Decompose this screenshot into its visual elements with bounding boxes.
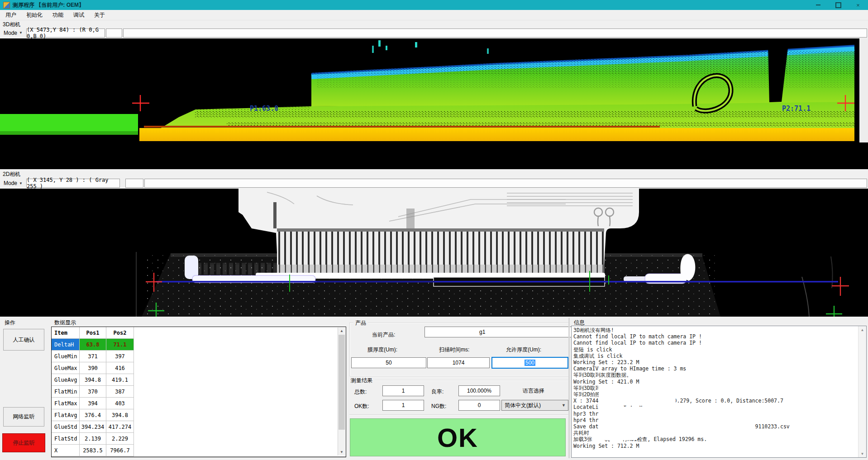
table-cell: 387 — [106, 386, 134, 398]
column-header: Pos1 — [80, 327, 106, 339]
table-cell: 394.8 — [106, 409, 134, 421]
camera3d-coordinate-readout: (X 5473,Y 84) : (R 0,G 0,B 0) — [26, 28, 105, 38]
camera2d-toolbar: Mode ▼ ( X 3145, Y 28 ) : ( Gray 255 ) — [0, 178, 868, 189]
table-cell: FlatAvg — [52, 409, 80, 421]
table-cell: 416 — [106, 362, 134, 374]
table-cell: 397 — [106, 351, 134, 362]
heightmap-3d-image[interactable]: P1:63.8 P2:71.1 — [0, 38, 868, 169]
table-cell: DeltaH — [52, 339, 80, 351]
table-row[interactable]: FlatMax394403 — [52, 398, 346, 409]
p2-measurement-label: P2:71.1 — [782, 104, 811, 113]
table-cell: X — [52, 445, 80, 456]
menu-item-功能[interactable]: 功能 — [48, 10, 68, 20]
table-cell: FlatMin — [52, 386, 80, 398]
camera3d-toolbar-box — [106, 28, 122, 38]
close-button[interactable]: × — [848, 0, 868, 10]
menu-item-初始化[interactable]: 初始化 — [22, 10, 47, 20]
film-thickness-input[interactable]: 50 — [351, 357, 426, 368]
table-cell: 2.139 — [80, 433, 106, 445]
data-display-section-label: 数据显示 — [54, 319, 76, 327]
total-count-field: 1 — [382, 385, 424, 396]
scrollbar-thumb[interactable] — [339, 335, 345, 430]
camera2d-mode-button[interactable]: Mode ▼ — [1, 179, 25, 187]
ng-count-field: 0 — [458, 400, 500, 411]
allowed-thickness-input[interactable]: 500 — [491, 357, 568, 369]
table-scrollbar[interactable]: ▲ ▼ — [338, 327, 345, 455]
table-row[interactable]: GlueAvg394.8419.1 — [52, 374, 346, 386]
scan-time-label: 扫描时间ms: — [439, 346, 469, 354]
table-row[interactable]: FlatAvg376.4394.8 — [52, 409, 346, 421]
data-table[interactable]: Item Pos1 Pos2 DeltaH63.871.1GlueMin3713… — [51, 327, 346, 457]
yield-label: 良率: — [431, 388, 444, 396]
ok-count-label: OK数: — [354, 403, 369, 410]
info-scrollbar[interactable]: ▲ ▼ — [858, 326, 866, 457]
mode-label: Mode — [4, 180, 17, 186]
log-line: 登陆 is click — [573, 346, 857, 353]
scroll-down-icon[interactable]: ▼ — [338, 449, 345, 455]
table-cell: 376.4 — [80, 409, 106, 421]
info-log-box[interactable]: 3D相机没有网络!Cannot find local IP to match c… — [571, 326, 867, 458]
table-row[interactable]: GlueStd394.234417.274 — [52, 421, 346, 433]
redaction-blob — [598, 433, 639, 440]
table-row[interactable]: X2583.57966.7 — [52, 445, 346, 456]
product-section-label: 产品 — [353, 319, 368, 327]
table-row[interactable]: DeltaH63.871.1 — [52, 339, 346, 351]
yield-field: 100.000% — [458, 385, 500, 396]
table-cell: GlueMax — [52, 362, 80, 374]
manual-confirm-button[interactable]: 人工确认 — [3, 329, 44, 351]
table-row[interactable]: FlatStd2.1392.229 — [52, 433, 346, 445]
selected-text: 500 — [525, 360, 535, 366]
app-icon — [3, 2, 10, 9]
table-cell: 371 — [80, 351, 106, 362]
table-cell: 419.1 — [106, 374, 134, 386]
table-row[interactable]: FlatMin370387 — [52, 386, 346, 398]
table-cell: 403 — [106, 398, 134, 409]
p1-measurement-label: P1:63.8 — [250, 104, 278, 113]
table-cell: FlatStd — [52, 433, 80, 445]
panel-splitter[interactable] — [568, 318, 570, 458]
window-title: 测厚程序 【当前用户: OEM】 — [13, 1, 84, 9]
minimize-icon — [816, 5, 820, 5]
camera-2d-image[interactable] — [0, 189, 868, 317]
menu-item-用户[interactable]: 用户 — [1, 10, 21, 20]
language-value: 简体中文(默认) — [505, 402, 541, 409]
camera3d-mode-button[interactable]: Mode ▼ — [1, 29, 25, 37]
maximize-button[interactable] — [828, 0, 848, 10]
heightmap-3d-render: P1:63.8 P2:71.1 — [0, 38, 868, 169]
allowed-thickness-label: 允许厚度(Um): — [506, 346, 541, 354]
menu-bar: 用户初始化功能调试关于 — [0, 10, 868, 20]
minimize-button[interactable] — [808, 0, 828, 10]
scroll-down-icon[interactable]: ▼ — [858, 450, 866, 457]
chevron-down-icon: ▼ — [19, 181, 23, 185]
title-bar: 测厚程序 【当前用户: OEM】 × — [0, 0, 868, 10]
log-line: hpr4 thr — [573, 417, 857, 423]
table-row[interactable]: GlueMax390416 — [52, 362, 346, 374]
table-row[interactable]: GlueMin371397 — [52, 351, 346, 362]
table-cell: GlueStd — [52, 421, 80, 433]
table-cell: 394.8 — [80, 374, 106, 386]
redaction-blob — [599, 384, 676, 406]
scan-time-input[interactable]: 1074 — [427, 357, 490, 368]
stop-listen-button[interactable]: 停止监听 — [2, 433, 45, 452]
camera3d-toolbar: Mode ▼ (X 5473,Y 84) : (R 0,G 0,B 0) — [0, 27, 868, 38]
chevron-down-icon: ▼ — [19, 31, 23, 35]
table-cell: FlatMax — [52, 398, 80, 409]
table-cell: 2.229 — [106, 433, 134, 445]
language-dropdown[interactable]: 简体中文(默认) ▼ — [501, 400, 568, 411]
table-cell: 390 — [80, 362, 106, 374]
scroll-up-icon[interactable]: ▲ — [338, 327, 345, 334]
chevron-down-icon: ▼ — [562, 403, 566, 408]
measurement-line — [156, 281, 838, 283]
table-cell: 63.8 — [80, 339, 106, 351]
camera2d-toolbar-box — [125, 179, 143, 188]
scroll-up-icon[interactable]: ▲ — [858, 326, 866, 333]
table-cell: 7966.7 — [106, 445, 134, 456]
close-icon: × — [856, 2, 860, 9]
menu-item-关于[interactable]: 关于 — [90, 10, 110, 20]
log-line: Cannot find local IP to match camera IP … — [573, 333, 857, 340]
log-line: Working Set : 223.2 M — [573, 359, 857, 365]
network-listen-button[interactable]: 网络监听 — [3, 407, 44, 427]
operation-section-label: 操作 — [5, 319, 15, 327]
table-header-row: Item Pos1 Pos2 — [52, 327, 346, 339]
menu-item-调试[interactable]: 调试 — [69, 10, 89, 20]
